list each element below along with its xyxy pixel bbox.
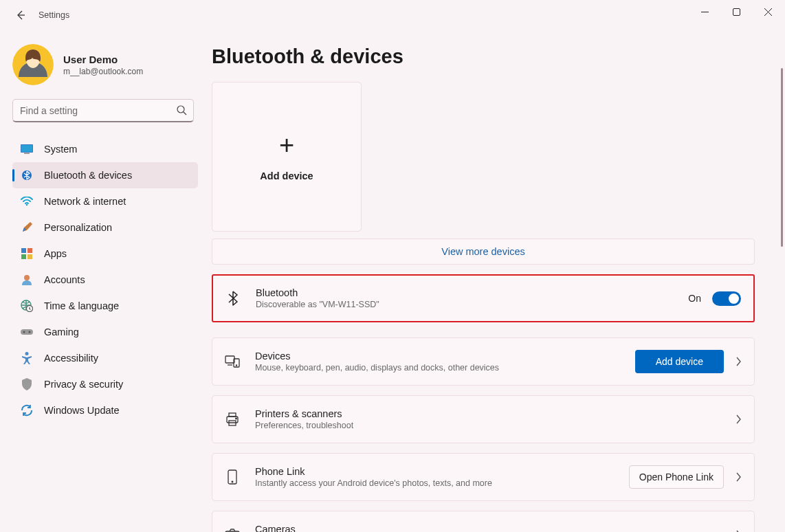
svg-point-17 [29,331,31,333]
close-icon [764,8,772,16]
camera-icon [225,527,240,532]
sidebar-item-label: System [44,144,77,155]
add-device-button[interactable]: Add device [635,350,724,373]
svg-point-25 [236,418,237,419]
bluetooth-row[interactable]: Bluetooth Discoverable as "VM-W11-SSD" O… [212,274,755,322]
bluetooth-icon [225,291,241,306]
window-controls [689,0,784,23]
svg-rect-0 [733,8,740,15]
accessibility-icon [21,352,33,364]
row-sub: Instantly access your Android device's p… [255,478,629,488]
open-phone-link-button[interactable]: Open Phone Link [629,465,724,489]
user-name: User Demo [63,54,143,65]
scrollbar[interactable] [781,68,783,247]
chevron-right-icon [735,357,742,366]
row-title: Printers & scanners [255,408,735,419]
bluetooth-toggle[interactable] [712,291,741,306]
svg-rect-9 [27,248,32,253]
row-title: Phone Link [255,466,629,477]
search-icon [176,104,187,115]
sidebar-item-label: Gaming [44,326,79,337]
user-block[interactable]: User Demo m__lab@outlook.com [12,44,198,85]
add-device-label: Add device [260,170,313,181]
sidebar-item-personalization[interactable]: Personalization [12,214,198,241]
sidebar-item-label: Network & internet [44,196,126,207]
sidebar-item-time[interactable]: Time & language [12,293,198,319]
nav-list: System Bluetooth & devices Network & int… [12,136,198,423]
row-sub: Mouse, keyboard, pen, audio, displays an… [255,363,635,373]
sidebar-item-label: Bluetooth & devices [44,170,132,181]
globe-clock-icon [21,300,33,312]
svg-rect-15 [21,329,33,335]
monitor-icon [21,143,33,155]
svg-rect-4 [21,145,32,152]
svg-rect-10 [21,254,26,259]
page-title: Bluetooth & devices [212,45,781,68]
sidebar: User Demo m__lab@outlook.com System Blue… [0,30,206,532]
back-button[interactable] [10,4,32,26]
minimize-icon [701,8,709,16]
title-bar: Settings [0,0,785,30]
svg-rect-11 [27,254,32,259]
maximize-button[interactable] [720,0,752,23]
svg-rect-5 [24,153,30,155]
devices-icon [225,354,240,369]
sidebar-item-accessibility[interactable]: Accessibility [12,345,198,371]
svg-point-7 [26,204,28,206]
chevron-right-icon [735,414,742,424]
row-sub: Preferences, troubleshoot [255,421,735,430]
sidebar-item-label: Apps [44,248,67,259]
svg-point-12 [24,275,30,280]
maximize-icon [733,8,740,16]
sidebar-item-privacy[interactable]: Privacy & security [12,371,198,397]
person-icon [21,274,33,286]
sidebar-item-system[interactable]: System [12,136,198,162]
gamepad-icon [21,326,33,338]
close-button[interactable] [752,0,784,23]
bluetooth-icon [21,169,33,181]
svg-point-18 [25,352,29,355]
arrow-left-icon [15,10,26,21]
shield-icon [21,378,33,390]
svg-point-16 [23,331,25,333]
toggle-state-label: On [688,293,701,304]
sidebar-item-label: Accessibility [44,353,98,364]
row-title: Devices [255,351,635,362]
row-title: Cameras [255,524,735,532]
sidebar-item-label: Privacy & security [44,379,123,390]
svg-rect-8 [21,248,26,253]
svg-point-21 [236,365,236,366]
search-input[interactable] [12,99,194,122]
brush-icon [21,221,33,234]
row-sub: Discoverable as "VM-W11-SSD" [256,300,688,309]
sidebar-item-gaming[interactable]: Gaming [12,319,198,345]
app-title: Settings [38,10,69,20]
sidebar-item-label: Accounts [44,274,85,285]
sidebar-item-apps[interactable]: Apps [12,241,198,267]
svg-point-27 [232,481,233,483]
add-device-tile[interactable]: + Add device [212,82,362,232]
sidebar-item-label: Personalization [44,222,112,233]
avatar [12,44,54,85]
update-icon [21,404,33,417]
printers-row[interactable]: Printers & scanners Preferences, trouble… [212,395,755,443]
devices-row[interactable]: Devices Mouse, keyboard, pen, audio, dis… [212,337,755,386]
wifi-icon [21,195,33,208]
sidebar-item-update[interactable]: Windows Update [12,397,198,423]
phone-link-row[interactable]: Phone Link Instantly access your Android… [212,453,755,501]
svg-rect-23 [229,413,236,417]
view-more-devices[interactable]: View more devices [212,239,755,265]
sidebar-item-network[interactable]: Network & internet [12,188,198,214]
printer-icon [225,412,240,427]
sidebar-item-label: Windows Update [44,405,120,416]
user-email: m__lab@outlook.com [63,67,143,76]
row-title: Bluetooth [256,287,688,298]
svg-rect-19 [225,356,234,363]
sidebar-item-accounts[interactable]: Accounts [12,267,198,293]
view-more-label: View more devices [441,246,524,257]
chevron-right-icon [735,472,742,482]
sidebar-item-bluetooth[interactable]: Bluetooth & devices [12,162,198,188]
minimize-button[interactable] [689,0,720,23]
plus-icon: + [279,132,294,158]
cameras-row[interactable]: Cameras Connected cameras, default image… [212,511,755,532]
